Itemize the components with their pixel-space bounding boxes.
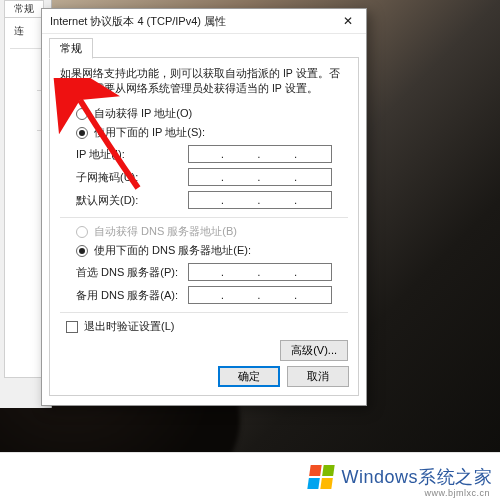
field-alternate-dns: 备用 DNS 服务器(A): ... (76, 286, 348, 304)
advanced-button[interactable]: 高级(V)... (280, 340, 348, 361)
field-subnet-mask: 子网掩码(U): ... (76, 168, 348, 186)
checkbox-validate-on-exit[interactable]: 退出时验证设置(L) (66, 319, 348, 334)
radio-ip-auto-label: 自动获得 IP 地址(O) (94, 106, 192, 121)
preferred-dns-label: 首选 DNS 服务器(P): (76, 265, 188, 280)
titlebar: Internet 协议版本 4 (TCP/IPv4) 属性 ✕ (42, 9, 366, 34)
radio-icon (76, 226, 88, 238)
dialog-title: Internet 协议版本 4 (TCP/IPv4) 属性 (50, 14, 330, 29)
ok-button-label: 确定 (238, 369, 260, 384)
radio-ip-manual[interactable]: 使用下面的 IP 地址(S): (76, 125, 348, 140)
advanced-button-label: 高级(V)... (291, 343, 337, 358)
watermark-url: www.bjmlxc.cn (424, 488, 490, 498)
validate-on-exit-label: 退出时验证设置(L) (84, 319, 174, 334)
radio-icon (76, 245, 88, 257)
ipv4-properties-dialog: Internet 协议版本 4 (TCP/IPv4) 属性 ✕ 常规 如果网络支… (41, 8, 367, 406)
radio-dns-manual-label: 使用下面的 DNS 服务器地址(E): (94, 243, 251, 258)
ip-address-input[interactable]: ... (188, 145, 332, 163)
preferred-dns-input[interactable]: ... (188, 263, 332, 281)
close-icon: ✕ (343, 14, 353, 28)
field-preferred-dns: 首选 DNS 服务器(P): ... (76, 263, 348, 281)
watermark-bar: Windows系统之家 www.bjmlxc.cn (0, 452, 500, 500)
watermark-suffix: 系统之家 (418, 467, 492, 487)
radio-ip-auto[interactable]: 自动获得 IP 地址(O) (76, 106, 348, 121)
cancel-button-label: 取消 (307, 369, 329, 384)
ok-button[interactable]: 确定 (218, 366, 280, 387)
checkbox-icon (66, 321, 78, 333)
parent-tab: 常规 (4, 0, 44, 18)
radio-dns-manual[interactable]: 使用下面的 DNS 服务器地址(E): (76, 243, 348, 258)
subnet-mask-label: 子网掩码(U): (76, 170, 188, 185)
description-text: 如果网络支持此功能，则可以获取自动指派的 IP 设置。否则，你需要从网络系统管理… (60, 66, 348, 96)
watermark-text: Windows系统之家 (341, 465, 492, 489)
dns-group: 自动获得 DNS 服务器地址(B) 使用下面的 DNS 服务器地址(E): 首选… (60, 224, 348, 304)
radio-dns-auto: 自动获得 DNS 服务器地址(B) (76, 224, 348, 239)
watermark-brand: Windows (341, 467, 418, 487)
ip-address-label: IP 地址(I): (76, 147, 188, 162)
radio-dns-auto-label: 自动获得 DNS 服务器地址(B) (94, 224, 237, 239)
radio-ip-manual-label: 使用下面的 IP 地址(S): (94, 125, 205, 140)
divider (60, 217, 348, 218)
tab-panel-general: 如果网络支持此功能，则可以获取自动指派的 IP 设置。否则，你需要从网络系统管理… (49, 58, 359, 396)
windows-logo-icon (308, 465, 335, 489)
close-button[interactable]: ✕ (330, 9, 366, 34)
divider (60, 312, 348, 313)
parent-label-stub: 连 (14, 24, 24, 38)
default-gateway-label: 默认网关(D): (76, 193, 188, 208)
tab-general[interactable]: 常规 (49, 38, 93, 59)
alternate-dns-input[interactable]: ... (188, 286, 332, 304)
field-default-gateway: 默认网关(D): ... (76, 191, 348, 209)
subnet-mask-input[interactable]: ... (188, 168, 332, 186)
tab-strip: 常规 (49, 38, 359, 58)
radio-icon (76, 127, 88, 139)
cancel-button[interactable]: 取消 (287, 366, 349, 387)
field-ip-address: IP 地址(I): ... (76, 145, 348, 163)
ip-group: 自动获得 IP 地址(O) 使用下面的 IP 地址(S): IP 地址(I): … (60, 106, 348, 209)
alternate-dns-label: 备用 DNS 服务器(A): (76, 288, 188, 303)
default-gateway-input[interactable]: ... (188, 191, 332, 209)
radio-icon (76, 108, 88, 120)
